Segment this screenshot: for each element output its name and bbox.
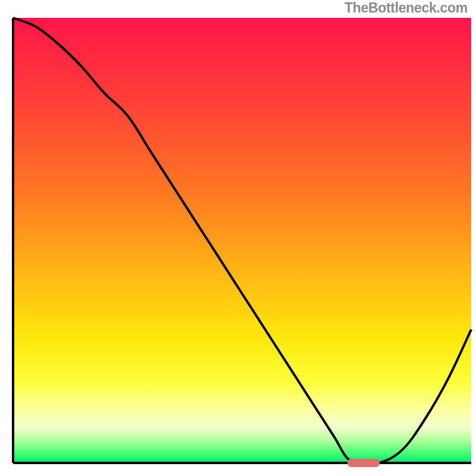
- plot-background: [13, 18, 471, 463]
- optimal-marker: [347, 459, 380, 467]
- bottleneck-chart: [0, 0, 476, 476]
- watermark-text: TheBottleneck.com: [345, 0, 468, 16]
